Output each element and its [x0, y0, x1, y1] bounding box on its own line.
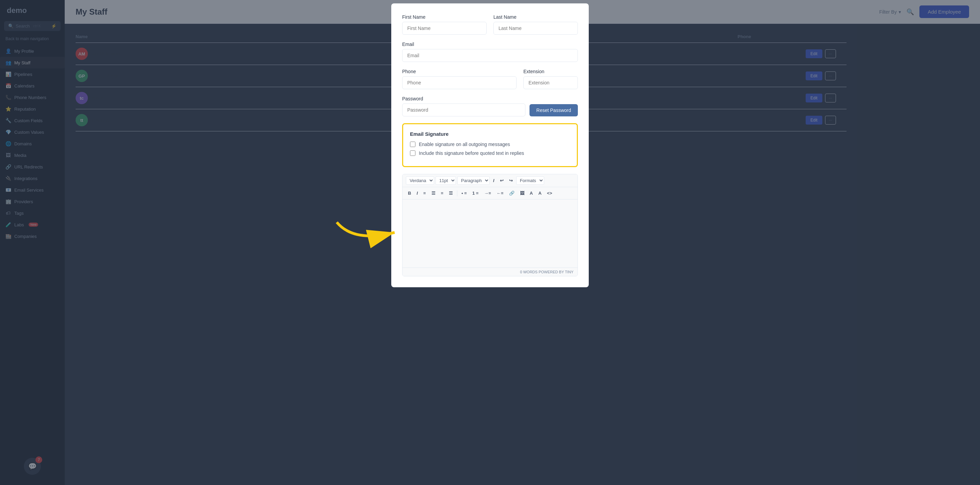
reset-password-button[interactable]: Reset Password — [530, 104, 578, 116]
first-name-group: First Name — [402, 14, 487, 35]
font-color-btn[interactable]: A — [528, 189, 535, 197]
email-signature-title: Email Signature — [410, 131, 570, 137]
email-group: Email — [402, 41, 578, 62]
modal-dialog: First Name Last Name Email Phone Extensi… — [391, 3, 589, 287]
email-label: Email — [402, 41, 578, 47]
editor-toolbar-1: Verdana 11pt Paragraph I ↩ ↪ Formats — [402, 174, 578, 187]
link-btn[interactable]: 🔗 — [507, 189, 517, 197]
bg-color-btn[interactable]: A — [536, 189, 544, 197]
font-select[interactable]: Verdana — [406, 176, 434, 185]
editor-footer: 0 WORDS POWERED BY TINY — [402, 267, 578, 276]
align-right-btn[interactable]: ≡ — [439, 189, 446, 197]
checkbox-row-1: Enable signature on all outgoing message… — [410, 142, 570, 147]
undo-btn[interactable]: ↩ — [498, 177, 506, 184]
align-center-btn[interactable]: ☰ — [430, 189, 438, 197]
indent-btn[interactable]: →≡ — [482, 189, 493, 197]
extension-input[interactable] — [523, 76, 578, 89]
password-input[interactable] — [402, 103, 525, 116]
phone-label: Phone — [402, 69, 517, 74]
modal-overlay: First Name Last Name Email Phone Extensi… — [0, 0, 980, 485]
redo-btn[interactable]: ↪ — [507, 177, 515, 184]
last-name-label: Last Name — [493, 14, 578, 20]
last-name-input[interactable] — [493, 22, 578, 35]
phone-input[interactable] — [402, 76, 517, 89]
email-input[interactable] — [402, 49, 578, 62]
source-btn[interactable]: <> — [545, 189, 554, 197]
size-select[interactable]: 11pt — [436, 176, 456, 185]
password-row: Reset Password — [402, 103, 578, 116]
name-row: First Name Last Name — [402, 14, 578, 35]
first-name-input[interactable] — [402, 22, 487, 35]
image-btn[interactable]: 🖼 — [518, 189, 527, 197]
editor-container: Verdana 11pt Paragraph I ↩ ↪ Formats B I… — [402, 174, 578, 277]
editor-body[interactable] — [402, 199, 578, 267]
enable-signature-checkbox[interactable] — [410, 142, 415, 147]
email-signature-section: Email Signature Enable signature on all … — [402, 123, 578, 167]
first-name-label: First Name — [402, 14, 487, 20]
formats-select[interactable]: Formats — [516, 176, 544, 185]
ordered-list-btn[interactable]: 1 ≡ — [470, 189, 480, 197]
bold-btn[interactable]: B — [406, 189, 413, 197]
enable-signature-label: Enable signature on all outgoing message… — [419, 142, 510, 147]
italic-format-btn[interactable]: I — [491, 177, 496, 184]
extension-group: Extension — [523, 69, 578, 89]
password-group: Password Reset Password — [402, 96, 578, 116]
toolbar-sep-1 — [457, 190, 457, 196]
paragraph-select[interactable]: Paragraph — [457, 176, 490, 185]
include-signature-label: Include this signature before quoted tex… — [419, 150, 524, 156]
editor-toolbar-2: B I ≡ ☰ ≡ ☰ • ≡ 1 ≡ →≡ ←≡ 🔗 🖼 A A <> — [402, 187, 578, 199]
checkbox-row-2: Include this signature before quoted tex… — [410, 150, 570, 156]
extension-label: Extension — [523, 69, 578, 74]
phone-group: Phone — [402, 69, 517, 89]
password-label: Password — [402, 96, 578, 102]
italic-btn[interactable]: I — [414, 189, 420, 197]
include-signature-checkbox[interactable] — [410, 150, 415, 156]
unordered-list-btn[interactable]: • ≡ — [459, 189, 469, 197]
justify-btn[interactable]: ☰ — [447, 189, 455, 197]
outdent-btn[interactable]: ←≡ — [495, 189, 506, 197]
align-left-btn[interactable]: ≡ — [421, 189, 428, 197]
phone-row: Phone Extension — [402, 69, 578, 89]
last-name-group: Last Name — [493, 14, 578, 35]
